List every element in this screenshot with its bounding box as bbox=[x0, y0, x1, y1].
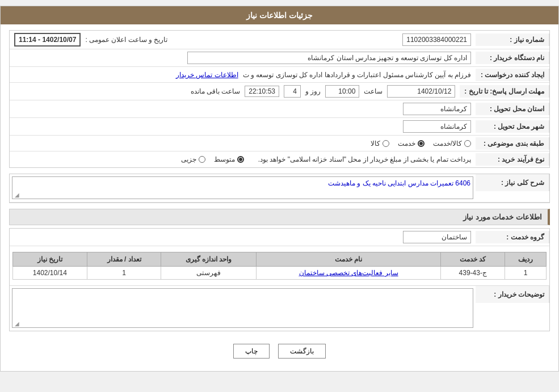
group-service-value: ساختمان bbox=[10, 229, 476, 246]
col-date: تاریخ نیاز bbox=[13, 252, 87, 267]
province-delivery-label: استان محل تحویل : bbox=[476, 103, 549, 115]
deadline-days-box: 4 bbox=[284, 85, 301, 98]
category-khadamat-item[interactable]: خدمت bbox=[398, 140, 424, 147]
cell-unit: فهرستی bbox=[161, 267, 256, 280]
services-section: گروه خدمت : ساختمان ردیف کد خدمت نام خدم… bbox=[9, 228, 550, 331]
purchase-mottasat-radio[interactable] bbox=[237, 156, 244, 163]
need-description-label: شرح کلی نیاز : bbox=[476, 174, 549, 191]
col-service-name: نام خدمت bbox=[256, 252, 441, 267]
need-description-section: شرح کلی نیاز : 6406 تعمیرات مدارس ابتدای… bbox=[9, 174, 550, 203]
deadline-time-box: 10:00 bbox=[325, 85, 359, 98]
page-header: جزئیات اطلاعات نیاز bbox=[1, 6, 558, 24]
buyer-org-box: اداره کل توسازی توسعه و تجهیز مدارس استا… bbox=[187, 52, 471, 64]
city-delivery-label: شهر محل تحویل : bbox=[476, 120, 549, 133]
category-kala-khadamat-item[interactable]: کالا/خدمت bbox=[433, 140, 471, 147]
purchase-type-value-cell: پرداخت تمام یا بخشی از مبلغ خریدار از مح… bbox=[10, 153, 476, 166]
deadline-time-label: ساعت bbox=[364, 87, 383, 95]
category-kala-khadamat-radio[interactable] bbox=[464, 140, 471, 147]
category-kala-radio[interactable] bbox=[383, 140, 389, 147]
main-info-section: شماره نیاز : 1102003384000221 تاریخ و سا… bbox=[9, 30, 550, 168]
province-delivery-box: کرمانشاه bbox=[403, 103, 471, 115]
buyer-textarea-resize-icon: ◢ bbox=[14, 321, 19, 326]
group-service-label: گروه خدمت : bbox=[476, 231, 549, 243]
city-delivery-row: شهر محل تحویل : کرمانشاه bbox=[10, 118, 549, 136]
cell-row-num: 1 bbox=[505, 267, 547, 280]
announcement-date-text: 1402/10/07 - 11:14 bbox=[19, 36, 76, 44]
city-delivery-box: کرمانشاه bbox=[403, 120, 471, 133]
deadline-days-text: 4 bbox=[293, 87, 297, 95]
print-button[interactable]: چاپ bbox=[233, 344, 270, 359]
cell-service-name[interactable]: سایر فعالیت‌های تخصصی ساختمان bbox=[256, 267, 441, 280]
buyer-description-value: ◢ bbox=[10, 286, 476, 330]
deadline-label: مهلت ارسال پاسخ: تا تاریخ : bbox=[460, 85, 549, 98]
purchase-jozvi-radio[interactable] bbox=[199, 156, 205, 163]
col-row-num: ردیف bbox=[505, 252, 547, 267]
footer-buttons: بازگشت چاپ bbox=[9, 337, 550, 365]
need-number-label: شماره نیاز : bbox=[476, 33, 549, 46]
deadline-date-box: 1402/10/12 bbox=[387, 85, 455, 98]
deadline-remaining-label: ساعت باقی مانده bbox=[191, 87, 241, 95]
category-khadamat-radio[interactable] bbox=[418, 140, 424, 147]
cell-date: 1402/10/14 bbox=[13, 267, 87, 280]
city-delivery-text: کرمانشاه bbox=[440, 123, 467, 130]
table-row: 1ج-43-439سایر فعالیت‌های تخصصی ساختمانفه… bbox=[13, 267, 547, 280]
announcement-date-box: 1402/10/07 - 11:14 bbox=[14, 33, 81, 47]
category-radio-group: کالا/خدمت خدمت کالا bbox=[371, 140, 471, 147]
category-row: طبقه بندی موضوعی : کالا/خدمت خدمت bbox=[10, 136, 549, 151]
group-service-text: ساختمان bbox=[442, 233, 467, 241]
group-service-box: ساختمان bbox=[403, 231, 471, 243]
province-delivery-value-cell: کرمانشاه bbox=[10, 100, 476, 117]
need-description-textarea: 6406 تعمیرات مدارس ابتدایی ناحیه یک و ما… bbox=[12, 176, 473, 199]
purchase-jozvi-label: جزیی bbox=[181, 155, 196, 163]
category-value-cell: کالا/خدمت خدمت کالا bbox=[10, 137, 476, 150]
category-khadamat-label: خدمت bbox=[398, 140, 415, 147]
buyer-description-textarea[interactable]: ◢ bbox=[12, 288, 473, 328]
need-description-row: شرح کلی نیاز : 6406 تعمیرات مدارس ابتدای… bbox=[10, 174, 549, 203]
purchase-mottasat-label: متوسط bbox=[214, 155, 235, 163]
services-table-container: ردیف کد خدمت نام خدمت واحد اندازه گیری ت… bbox=[10, 246, 549, 283]
purchase-description-text: پرداخت تمام یا بخشی از مبلغ خریدار از مح… bbox=[258, 155, 471, 163]
creator-text: فرزام به آیین کارشناس مسئول اعتبارات و ق… bbox=[243, 71, 471, 79]
need-description-text: 6406 تعمیرات مدارس ابتدایی ناحیه یک و ما… bbox=[328, 179, 470, 187]
buyer-org-value-cell: اداره کل توسازی توسعه و تجهیز مدارس استا… bbox=[10, 49, 476, 66]
need-number-text: 1102003384000221 bbox=[406, 36, 467, 44]
buyer-description-section: توضیحات خریدار : ◢ bbox=[10, 285, 549, 331]
need-number-value-cell: 1102003384000221 تاریخ و ساعت اعلان عموم… bbox=[10, 31, 476, 49]
deadline-date-text: 1402/10/12 bbox=[417, 87, 451, 95]
deadline-value-cell: 1402/10/12 ساعت 10:00 روز و 4 22:10:53 س… bbox=[10, 83, 460, 100]
cell-quantity: 1 bbox=[87, 267, 161, 280]
col-quantity: تعداد / مقدار bbox=[87, 252, 161, 267]
creator-label: ایجاد کننده درخواست : bbox=[476, 69, 549, 81]
creator-row: ایجاد کننده درخواست : فرزام به آیین کارش… bbox=[10, 67, 549, 83]
header-title: جزئیات اطلاعات نیاز bbox=[246, 11, 313, 20]
province-delivery-text: کرمانشاه bbox=[440, 105, 467, 113]
deadline-time-remaining: 22:10:53 bbox=[245, 86, 279, 97]
deadline-days-label: روز و bbox=[305, 87, 321, 95]
purchase-jozvi-item[interactable]: جزیی bbox=[181, 155, 205, 163]
buyer-org-label: نام دستگاه خریدار : bbox=[476, 52, 549, 64]
col-unit: واحد اندازه گیری bbox=[161, 252, 256, 267]
category-kala-item[interactable]: کالا bbox=[371, 140, 389, 147]
back-button[interactable]: بازگشت bbox=[278, 344, 326, 359]
category-label: طبقه بندی موضوعی : bbox=[476, 137, 549, 150]
city-delivery-value-cell: کرمانشاه bbox=[10, 118, 476, 135]
creator-value-cell: فرزام به آیین کارشناس مسئول اعتبارات و ق… bbox=[10, 69, 476, 81]
services-section-header: اطلاعات خدمات مورد نیاز bbox=[9, 209, 550, 225]
purchase-type-radio-group: پرداخت تمام یا بخشی از مبلغ خریدار از مح… bbox=[181, 155, 471, 163]
deadline-row: مهلت ارسال پاسخ: تا تاریخ : 1402/10/12 س… bbox=[10, 83, 549, 100]
need-description-value: 6406 تعمیرات مدارس ابتدایی ناحیه یک و ما… bbox=[10, 174, 476, 201]
group-service-row: گروه خدمت : ساختمان bbox=[10, 229, 549, 246]
col-service-code: کد خدمت bbox=[441, 252, 505, 267]
category-kala-label: کالا bbox=[371, 140, 380, 147]
cell-service-name-link[interactable]: سایر فعالیت‌های تخصصی ساختمان bbox=[299, 269, 398, 277]
category-kala-khadamat-label: کالا/خدمت bbox=[433, 140, 462, 147]
need-number-box: 1102003384000221 bbox=[402, 33, 471, 46]
cell-service-code: ج-43-439 bbox=[441, 267, 505, 280]
creator-contact-link[interactable]: اطلاعات تماس خریدار bbox=[176, 71, 238, 79]
purchase-type-row: نوع فرآیند خرید : پرداخت تمام یا بخشی از… bbox=[10, 151, 549, 167]
purchase-mottasat-item[interactable]: متوسط bbox=[214, 155, 244, 163]
buyer-description-label: توضیحات خریدار : bbox=[476, 286, 549, 303]
resize-handle-icon: ◢ bbox=[14, 192, 19, 197]
buyer-org-row: نام دستگاه خریدار : اداره کل توسازی توسع… bbox=[10, 49, 549, 67]
need-number-row: شماره نیاز : 1102003384000221 تاریخ و سا… bbox=[10, 31, 549, 49]
